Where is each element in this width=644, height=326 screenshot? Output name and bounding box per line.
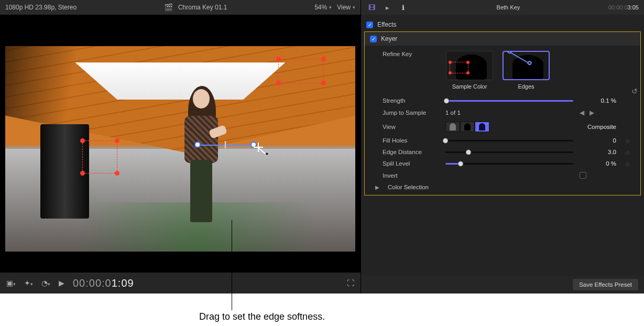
effects-section-label: Effects	[377, 21, 396, 28]
color-selection-label[interactable]: Color Selection	[388, 184, 429, 190]
save-effects-preset-button[interactable]: Save Effects Preset	[572, 278, 639, 291]
prev-sample-button[interactable]: ◀	[580, 109, 584, 116]
view-mode-value: Composite	[580, 124, 619, 130]
edge-softness-tick[interactable]	[225, 141, 226, 148]
strength-label: Strength	[383, 97, 439, 104]
fill-holes-slider[interactable]	[445, 140, 573, 142]
jump-to-sample-label: Jump to Sample	[383, 110, 439, 116]
edge-distance-value[interactable]: 3.0	[580, 149, 619, 155]
fullscreen-icon[interactable]: ⛶	[347, 279, 354, 287]
strength-value[interactable]: 0.1 %	[580, 97, 619, 104]
clip-name[interactable]: Chroma Key 01.1	[178, 4, 227, 11]
edge-softness-control[interactable]	[198, 145, 254, 146]
keyframe-icon[interactable]: ◇	[626, 149, 633, 155]
sample-color-tool[interactable]: Sample Color	[445, 51, 494, 90]
fill-holes-label: Fill Holes	[383, 137, 439, 144]
view-mode-composite[interactable]	[475, 122, 489, 132]
keyframe-icon[interactable]: ◇	[626, 161, 633, 167]
view-mode-original[interactable]	[445, 122, 460, 132]
video-inspector-tab-icon[interactable]: 🎞	[366, 3, 377, 12]
strength-slider[interactable]	[445, 100, 573, 102]
viewer-canvas[interactable]	[5, 46, 355, 252]
clapperboard-icon: 🎬	[164, 3, 173, 12]
disclosure-triangle-icon[interactable]: ▶	[375, 184, 379, 190]
refine-key-label: Refine Key	[383, 51, 439, 57]
edges-tool[interactable]: Edges	[502, 51, 550, 90]
callout-text: Drag to set the edge softness.	[199, 311, 325, 322]
zoom-value: 54%	[314, 4, 327, 11]
crosshair-cursor-icon	[254, 143, 263, 152]
view-menu[interactable]: View ▾	[337, 4, 355, 11]
viewer-timecode[interactable]: 00:00:01:09	[73, 277, 134, 289]
spill-level-value[interactable]: 0 %	[580, 160, 619, 167]
view-mode-matte[interactable]	[460, 122, 475, 132]
edge-distance-label: Edge Distance	[383, 149, 439, 155]
jump-to-sample-value: 1 of 1	[445, 110, 461, 116]
chevron-down-icon: ▾	[353, 5, 355, 10]
zoom-dropdown[interactable]: 54% ▾	[314, 4, 332, 11]
sample-rect[interactable]	[82, 140, 117, 173]
spill-level-label: Spill Level	[383, 160, 439, 167]
inspector-duration: 00:00:03:05	[608, 4, 639, 11]
clip-format: 1080p HD 23.98p, Stereo	[5, 4, 77, 11]
effects-enable-checkbox[interactable]: ✓	[366, 21, 373, 28]
retime-tool-icon[interactable]: ✦▾	[24, 279, 33, 287]
spill-level-slider[interactable]	[445, 163, 573, 165]
inspector-clip-title: Beth Key	[413, 4, 603, 10]
chevron-down-icon: ▾	[329, 5, 332, 10]
transform-tool-icon[interactable]: ▣▾	[6, 279, 16, 287]
keyer-section-label: Keyer	[381, 35, 397, 42]
view-mode-label: View	[383, 124, 439, 130]
next-sample-button[interactable]: ▶	[590, 109, 594, 116]
speedometer-icon[interactable]: ◔▾	[41, 279, 50, 287]
reset-icon[interactable]: ↺	[631, 87, 638, 95]
edge-distance-slider[interactable]	[445, 151, 573, 153]
fill-holes-value[interactable]: 0	[580, 137, 619, 144]
info-inspector-tab-icon[interactable]: ℹ	[398, 3, 408, 12]
invert-checkbox[interactable]	[580, 172, 586, 179]
play-button[interactable]: ▶	[59, 279, 64, 287]
keyframe-icon[interactable]: ◇	[626, 138, 633, 144]
sample-rect[interactable]	[278, 59, 324, 83]
generator-inspector-tab-icon[interactable]: ▸	[382, 3, 392, 12]
invert-label: Invert	[383, 172, 439, 179]
callout-leader-line	[232, 220, 232, 310]
keyer-enable-checkbox[interactable]: ✓	[370, 36, 377, 42]
view-mode-segmented[interactable]	[445, 122, 489, 132]
